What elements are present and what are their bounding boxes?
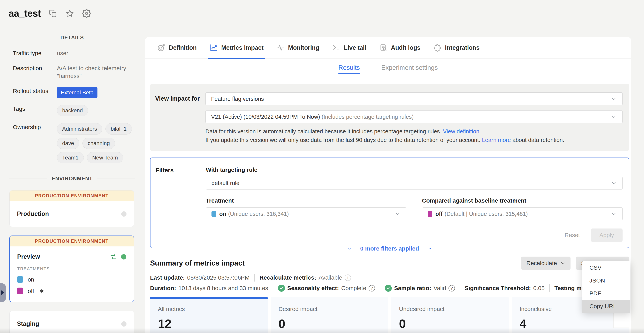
- sidebar: DETAILS Traffic type user Description A/…: [0, 35, 144, 333]
- treatment-off-row: off: [17, 288, 126, 294]
- owner-chip: channing: [82, 138, 115, 149]
- tab-audit-logs[interactable]: Audit logs: [379, 37, 421, 58]
- treatment-label: Treatment: [206, 197, 406, 204]
- treatment-on-row: on: [17, 276, 126, 283]
- share-menu-item-csv[interactable]: CSV: [582, 261, 630, 274]
- sidebar-collapse-handle[interactable]: [0, 283, 6, 302]
- owner-chip: bilal+1: [106, 123, 132, 134]
- summary-section: Summary of metrics impact Recalculate Sh…: [150, 256, 629, 333]
- view-definition-link[interactable]: View definition: [443, 128, 479, 134]
- help-icon[interactable]: ?: [368, 285, 375, 292]
- results-subtabs: Results Experiment settings: [145, 64, 631, 74]
- subtab-experiment-settings[interactable]: Experiment settings: [381, 64, 438, 74]
- terminal-icon: [332, 44, 340, 52]
- duration-value: 1013 days 8 hours and 33 minutes: [178, 285, 268, 292]
- tab-definition[interactable]: Definition: [157, 37, 197, 58]
- chevron-down-icon: [611, 180, 617, 186]
- owner-chip: Administrators: [57, 123, 102, 134]
- environment-heading: ENVIRONMENT: [52, 176, 93, 182]
- chevron-down-icon: [611, 211, 617, 217]
- env-card-preview[interactable]: PRODUCTION ENVIRONMENT Preview TREATMENT…: [9, 236, 134, 302]
- env-name: Production: [17, 210, 121, 218]
- details-section-header: DETAILS: [0, 35, 144, 41]
- app-header: aa_test: [8, 8, 91, 19]
- rollout-status-row: Rollout status External Beta: [13, 87, 137, 98]
- env-name: Staging: [17, 320, 121, 327]
- chevron-down-icon: [347, 246, 352, 251]
- star-icon[interactable]: [65, 9, 74, 18]
- metric-count: 12: [158, 316, 260, 331]
- baseline-select[interactable]: off (Default | Unique users: 315,461): [422, 208, 622, 220]
- target-icon: [157, 44, 165, 52]
- help-icon[interactable]: ?: [448, 285, 455, 292]
- owner-chip: Team1: [57, 152, 84, 164]
- chevron-down-icon: [560, 260, 566, 266]
- metric-count: 0: [399, 316, 501, 331]
- rollout-status-badge: External Beta: [57, 87, 98, 98]
- copy-icon[interactable]: [48, 9, 58, 18]
- info-icon[interactable]: i: [344, 274, 351, 281]
- share-menu-item-json[interactable]: JSON: [582, 274, 630, 287]
- significance-value: 0.05: [533, 285, 544, 292]
- details-heading: DETAILS: [60, 35, 84, 41]
- env-card-staging[interactable]: Staging: [9, 311, 134, 333]
- puzzle-icon: [433, 44, 442, 52]
- view-impact-label: View impact for: [155, 92, 206, 144]
- owner-chip: New Team: [87, 152, 123, 164]
- recalculate-button[interactable]: Recalculate: [521, 256, 570, 270]
- chevron-down-icon: [427, 246, 432, 251]
- apply-button[interactable]: Apply: [591, 228, 622, 242]
- metric-count: 0: [278, 316, 380, 331]
- more-filters-toggle[interactable]: 0 more filters applied: [344, 244, 435, 253]
- share-results-menu: CSV JSON PDF Copy URL: [582, 261, 630, 313]
- version-select[interactable]: V21 (Active) (10/03/2022 04:59PM To Now)…: [206, 110, 622, 123]
- subtab-results[interactable]: Results: [338, 64, 360, 74]
- version-info-text: Data for this version is automatically c…: [206, 127, 622, 144]
- filters-panel: Filters With targeting rule default rule…: [150, 158, 629, 248]
- main-panel: Definition Metrics impact Monitoring Liv…: [145, 37, 631, 333]
- chevron-down-icon: [394, 211, 401, 217]
- version-note: (Includes percentage targeting rules): [322, 114, 414, 120]
- treatment-on-swatch: [17, 276, 23, 283]
- tags-row: Tags backend: [13, 105, 137, 116]
- impact-type-select[interactable]: Feature flag versions: [206, 92, 622, 105]
- env-name: Preview: [17, 253, 110, 260]
- share-menu-item-copy-url[interactable]: Copy URL: [582, 300, 630, 313]
- targeting-rule-select[interactable]: default rule: [206, 177, 622, 190]
- document-search-icon: [379, 44, 388, 52]
- share-menu-panel-edge: [614, 312, 630, 328]
- description-row: Description A/A test to check telemetry …: [13, 64, 137, 80]
- treatment-on-swatch: [212, 211, 216, 217]
- tag-chip: backend: [57, 105, 88, 116]
- check-circle-icon: [385, 285, 392, 292]
- treatments-label: TREATMENTS: [17, 266, 126, 272]
- environment-section: ENVIRONMENT PRODUCTION ENVIRONMENT Produ…: [0, 176, 144, 333]
- learn-more-link[interactable]: Learn more: [482, 137, 511, 143]
- share-menu-item-pdf[interactable]: PDF: [582, 287, 630, 300]
- metric-card-undesired-impact[interactable]: Undesired impact 0: [391, 297, 509, 333]
- page-title: aa_test: [8, 8, 41, 19]
- ownership-row: Ownership Administrators bilal+1 dave ch…: [13, 123, 137, 163]
- metric-card-all-metrics[interactable]: All metrics 12: [150, 297, 268, 333]
- chevron-down-icon: [611, 114, 617, 120]
- filters-label: Filters: [156, 166, 206, 242]
- check-circle-icon: [278, 285, 285, 292]
- reset-button[interactable]: Reset: [565, 232, 580, 238]
- status-dot-gray: [121, 321, 126, 326]
- tab-monitoring[interactable]: Monitoring: [276, 37, 319, 58]
- tab-metrics-impact[interactable]: Metrics impact: [210, 37, 264, 58]
- recalculate-metrics-value: Available: [318, 274, 342, 281]
- metric-card-desired-impact[interactable]: Desired impact 0: [271, 297, 388, 333]
- line-chart-icon: [210, 44, 218, 52]
- tab-live-tail[interactable]: Live tail: [332, 37, 366, 58]
- chevron-right-icon: [1, 290, 4, 295]
- treatment-select[interactable]: on (Unique users: 316,341): [206, 208, 406, 220]
- tab-bar: Definition Metrics impact Monitoring Liv…: [145, 37, 631, 59]
- summary-heading: Summary of metrics impact: [150, 259, 521, 267]
- env-card-production[interactable]: PRODUCTION ENVIRONMENT Production: [9, 190, 134, 227]
- last-update-value: 05/30/2025 03:57:06PM: [187, 274, 250, 281]
- targeting-rule-label: With targeting rule: [206, 166, 622, 173]
- gear-icon[interactable]: [82, 9, 91, 18]
- status-dot-green: [121, 254, 126, 260]
- tab-integrations[interactable]: Integrations: [433, 37, 480, 58]
